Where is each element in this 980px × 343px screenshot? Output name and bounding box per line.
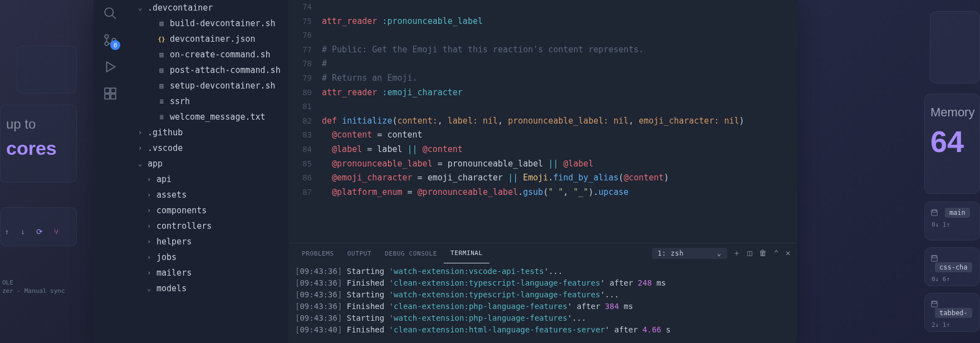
file-item[interactable]: ▤on-create-command.sh xyxy=(127,47,288,62)
file-icon: ▤ xyxy=(156,19,166,27)
svg-rect-12 xyxy=(105,88,110,93)
folder-item[interactable]: ⌄.devcontainer xyxy=(127,0,288,16)
chevron-icon: › xyxy=(147,269,155,277)
bg-cores-label: cores xyxy=(6,138,71,159)
tree-item-label: welcome_message.txt xyxy=(170,112,266,122)
file-item[interactable]: ▤setup-devcontainer.sh xyxy=(127,78,288,94)
tree-item-label: setup-devcontainer.sh xyxy=(170,81,276,91)
file-icon: ▤ xyxy=(156,51,166,58)
branch-pill: css-cha xyxy=(935,262,972,272)
memory-value: 64 xyxy=(930,124,974,159)
background-right: Memory 64 main 0↓ 1↑ css-cha 0↓ 6↑ tabbe… xyxy=(797,0,980,343)
editor-area: 74 75 76 77 78 79 80 81 82 83 84 85 86 8… xyxy=(288,0,797,343)
scm-badge: 8 xyxy=(110,40,120,50)
chevron-icon: › xyxy=(147,191,155,199)
maximize-panel-icon[interactable]: ⌃ xyxy=(774,248,779,258)
folder-item[interactable]: ›.github xyxy=(127,125,288,140)
tree-item-label: components xyxy=(156,205,207,215)
bg-term-line: zer - Manual sync xyxy=(2,287,65,295)
tab-debug-console[interactable]: DEBUG CONSOLE xyxy=(378,243,444,263)
disk-icon xyxy=(930,300,938,308)
file-icon: ▤ xyxy=(156,66,166,74)
folder-item[interactable]: ⌄app xyxy=(127,156,288,171)
chevron-icon: ⌄ xyxy=(147,285,155,292)
chevron-icon: › xyxy=(138,144,146,152)
tree-item-label: ssrh xyxy=(170,96,190,106)
terminal-selector-label: 1: zsh xyxy=(658,249,684,257)
extensions-icon[interactable] xyxy=(97,80,124,107)
tree-item-label: build-devcontainer.sh xyxy=(170,18,276,28)
folder-item[interactable]: ›components xyxy=(127,203,288,218)
kill-terminal-icon[interactable]: 🗑 xyxy=(759,248,767,258)
tree-item-label: on-create-command.sh xyxy=(170,50,271,60)
folder-item[interactable]: ›helpers xyxy=(127,234,288,249)
file-item[interactable]: {}devcontainer.json xyxy=(127,31,288,47)
source-control-icon[interactable]: 8 xyxy=(97,27,124,53)
arrow-up-icon: ↑ xyxy=(4,227,9,236)
tree-item-label: app xyxy=(148,159,163,169)
file-item[interactable]: ≣welcome_message.txt xyxy=(127,109,288,125)
new-terminal-icon[interactable]: ＋ xyxy=(733,248,741,258)
svg-rect-15 xyxy=(111,94,116,99)
chevron-icon: › xyxy=(147,207,155,214)
tree-item-label: .vscode xyxy=(148,143,183,153)
tab-problems[interactable]: PROBLEMS xyxy=(295,243,341,263)
split-terminal-icon[interactable]: ◫ xyxy=(747,248,752,258)
file-item[interactable]: ▤post-attach-command.sh xyxy=(127,62,288,78)
folder-item[interactable]: ›assets xyxy=(127,187,288,203)
file-item[interactable]: ▤build-devcontainer.sh xyxy=(127,16,288,31)
chevron-icon: › xyxy=(147,175,155,183)
branch-sub: 0↓ 1↑ xyxy=(930,221,974,228)
chevron-icon: ⌄ xyxy=(138,4,146,12)
tab-terminal[interactable]: TERMINAL xyxy=(444,243,489,263)
line-gutter: 74 75 76 77 78 79 80 81 82 83 84 85 86 8… xyxy=(288,0,322,243)
bg-term-line: OLE xyxy=(2,278,65,287)
svg-rect-13 xyxy=(111,88,116,93)
run-debug-icon[interactable] xyxy=(97,53,124,80)
bg-branch-card: main 0↓ 1↑ xyxy=(924,202,980,241)
tree-item-label: devcontainer.json xyxy=(170,34,256,44)
branch-icon: ⑂ xyxy=(54,227,58,236)
svg-rect-1 xyxy=(933,210,937,213)
folder-item[interactable]: ›.vscode xyxy=(127,140,288,156)
memory-label: Memory xyxy=(930,105,974,120)
code-editor[interactable]: 74 75 76 77 78 79 80 81 82 83 84 85 86 8… xyxy=(288,0,797,243)
svg-rect-5 xyxy=(933,302,937,304)
file-icon: {} xyxy=(156,36,166,43)
close-panel-icon[interactable]: ✕ xyxy=(786,248,791,258)
file-icon: ▤ xyxy=(156,82,166,90)
code-content[interactable]: attr_reader :pronounceable_label # Publi… xyxy=(322,0,797,243)
file-item[interactable]: ≣ssrh xyxy=(127,94,288,109)
bottom-panel: PROBLEMS OUTPUT DEBUG CONSOLE TERMINAL 1… xyxy=(288,243,797,343)
tree-item-label: models xyxy=(156,283,187,293)
bg-terminal-snippet: OLE zer - Manual sync xyxy=(0,278,65,296)
vscode-window: 8 ⌄.devcontainer▤build-devcontainer.sh{}… xyxy=(94,0,797,343)
tree-item-label: assets xyxy=(156,190,187,200)
background-left: up to cores ↑ ↓ ⟳ ⑂ OLE zer - Manual syn… xyxy=(0,0,94,343)
tree-item-label: .github xyxy=(148,128,183,138)
panel-actions: ＋ ◫ 🗑 ⌃ ✕ xyxy=(733,248,791,258)
folder-item[interactable]: ›mailers xyxy=(127,265,288,281)
folder-item[interactable]: ›api xyxy=(127,171,288,187)
bg-branch-card: css-cha 0↓ 6↑ xyxy=(924,247,980,286)
bg-card-memory: Memory 64 xyxy=(924,94,980,194)
chevron-icon: › xyxy=(147,238,155,246)
terminal-output[interactable]: [09:43:36] Starting 'watch-extension:vsc… xyxy=(288,263,797,343)
svg-point-8 xyxy=(105,35,109,38)
branch-pill: tabbed- xyxy=(935,308,972,318)
tab-output[interactable]: OUTPUT xyxy=(341,243,378,263)
svg-line-7 xyxy=(112,15,116,19)
folder-item[interactable]: ›jobs xyxy=(127,249,288,265)
branch-pill: main xyxy=(945,208,970,218)
svg-marker-11 xyxy=(107,62,115,71)
terminal-selector[interactable]: 1: zsh ⌄ xyxy=(652,248,727,259)
search-icon[interactable] xyxy=(97,0,124,27)
disk-icon xyxy=(930,209,938,217)
folder-item[interactable]: ⌄models xyxy=(127,281,288,296)
file-icon: ≣ xyxy=(156,113,166,121)
svg-rect-14 xyxy=(105,94,110,99)
folder-item[interactable]: ›controllers xyxy=(127,218,288,234)
tree-item-label: .devcontainer xyxy=(148,3,213,13)
chevron-icon: › xyxy=(147,253,155,261)
svg-point-9 xyxy=(105,42,109,46)
